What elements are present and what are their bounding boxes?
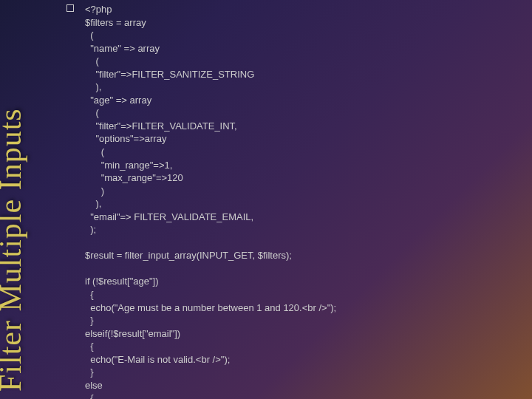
slide-title: Filter Multiple Inputs <box>0 108 28 392</box>
code-content: <?php $filters = array ( "name" => array… <box>85 3 525 399</box>
bullet-marker <box>66 4 74 12</box>
